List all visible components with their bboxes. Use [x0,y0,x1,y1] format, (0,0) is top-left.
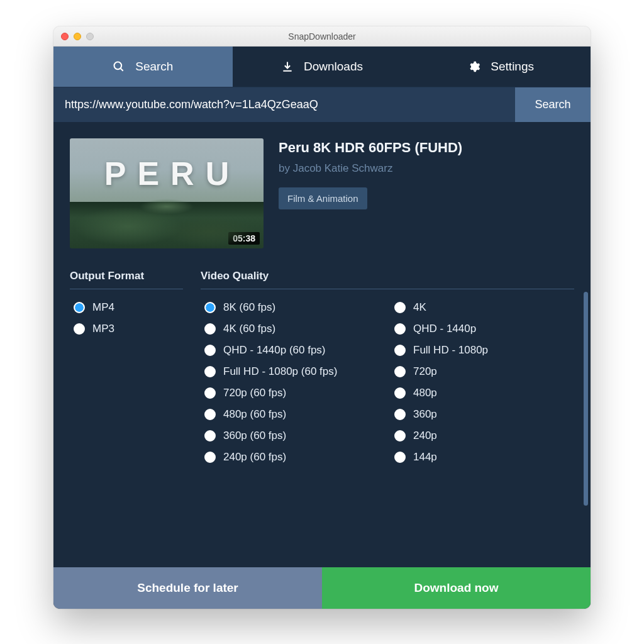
video-quality-heading: Video Quality [201,270,574,289]
tab-downloads[interactable]: Downloads [233,47,412,87]
radio-option[interactable]: 240p [391,428,574,444]
tab-label: Search [135,60,173,74]
radio-option[interactable]: QHD - 1440p (60 fps) [201,342,384,358]
radio-label: 240p [413,430,437,442]
radio-label: QHD - 1440p [413,323,476,335]
radio-icon [204,452,216,463]
radio-label: 480p (60 fps) [223,408,286,421]
video-meta: Peru 8K HDR 60FPS (FUHD) by Jacob Katie … [279,138,574,248]
radio-option[interactable]: 720p [391,364,574,380]
radio-option[interactable]: Full HD - 1080p (60 fps) [201,364,384,380]
svg-line-1 [121,69,123,71]
video-author: by Jacob Katie Schwarz [279,162,574,175]
schedule-button[interactable]: Schedule for later [53,567,322,609]
radio-label: 240p (60 fps) [223,451,286,464]
radio-icon [394,366,406,377]
radio-label: 720p [413,365,437,378]
radio-option[interactable]: 4K (60 fps) [201,321,384,337]
bottom-actions: Schedule for later Download now [53,567,591,609]
thumbnail-overlay-text: PERU [70,155,264,192]
radio-icon [394,302,406,313]
radio-icon [394,430,406,441]
window-title: SnapDownloader [53,31,591,42]
tab-search[interactable]: Search [53,47,233,87]
radio-option[interactable]: QHD - 1440p [391,321,574,337]
search-icon [113,60,125,73]
radio-icon [204,409,216,420]
radio-icon [204,323,216,335]
options: Output Format MP4MP3 Video Quality 8K (6… [70,270,574,567]
video-duration-badge: 05:38 [228,232,260,245]
search-button[interactable]: Search [515,87,591,122]
radio-icon [74,302,85,313]
radio-option[interactable]: 240p (60 fps) [201,449,384,465]
radio-option[interactable]: 360p (60 fps) [201,428,384,444]
tab-label: Downloads [304,60,363,74]
radio-icon [204,387,216,399]
traffic-lights [61,33,94,40]
scrollbar-thumb[interactable] [584,292,588,506]
radio-option[interactable]: 8K (60 fps) [201,299,384,316]
radio-label: 720p (60 fps) [223,387,286,399]
video-thumbnail[interactable]: PERU 05:38 [70,138,264,248]
video-title: Peru 8K HDR 60FPS (FUHD) [279,140,574,156]
download-now-button[interactable]: Download now [322,567,591,609]
radio-label: QHD - 1440p (60 fps) [223,344,326,357]
tab-label: Settings [491,60,534,74]
app-body: Search Downloads Settings Search [53,47,591,609]
radio-option[interactable]: 144p [391,449,574,465]
download-icon [281,60,294,73]
radio-icon [394,323,406,335]
radio-icon [74,323,85,335]
radio-label: 360p (60 fps) [223,430,286,442]
radio-option[interactable]: 480p (60 fps) [201,406,384,423]
radio-option[interactable]: 720p (60 fps) [201,385,384,401]
radio-icon [394,345,406,356]
radio-label: MP3 [92,323,114,335]
content-area: PERU 05:38 Peru 8K HDR 60FPS (FUHD) by J… [53,122,591,567]
radio-label: 4K (60 fps) [223,323,275,335]
url-input[interactable] [53,87,515,122]
radio-label: 8K (60 fps) [223,301,275,314]
video-category-tag[interactable]: Film & Animation [279,187,367,209]
radio-label: 480p [413,387,437,399]
radio-option[interactable]: Full HD - 1080p [391,342,574,358]
close-window-button[interactable] [61,33,69,40]
tab-settings[interactable]: Settings [411,47,591,87]
radio-label: Full HD - 1080p (60 fps) [223,365,337,378]
radio-label: 360p [413,408,437,421]
radio-label: MP4 [92,301,114,314]
top-tabs: Search Downloads Settings [53,47,591,87]
video-quality-list: 8K (60 fps)4K4K (60 fps)QHD - 1440pQHD -… [201,299,574,465]
radio-option[interactable]: 480p [391,385,574,401]
video-result: PERU 05:38 Peru 8K HDR 60FPS (FUHD) by J… [70,138,574,248]
radio-option[interactable]: MP3 [70,321,183,337]
maximize-window-button[interactable] [86,33,94,40]
video-quality-section: Video Quality 8K (60 fps)4K4K (60 fps)QH… [201,270,574,567]
radio-icon [204,345,216,356]
radio-label: Full HD - 1080p [413,344,488,357]
radio-option[interactable]: 4K [391,299,574,316]
radio-icon [394,387,406,399]
radio-icon [204,430,216,441]
svg-point-0 [114,62,122,70]
radio-label: 144p [413,451,437,464]
radio-icon [204,366,216,377]
minimize-window-button[interactable] [74,33,81,40]
radio-label: 4K [413,301,426,314]
radio-icon [394,452,406,463]
app-window: SnapDownloader Search Downloads Sett [53,26,591,609]
output-format-heading: Output Format [70,270,183,289]
radio-option[interactable]: MP4 [70,299,183,316]
titlebar: SnapDownloader [53,26,591,47]
radio-option[interactable]: 360p [391,406,574,423]
output-format-list: MP4MP3 [70,299,183,337]
search-row: Search [53,87,591,122]
radio-icon [394,409,406,420]
gear-icon [468,60,480,73]
radio-icon [204,302,216,313]
output-format-section: Output Format MP4MP3 [70,270,183,567]
